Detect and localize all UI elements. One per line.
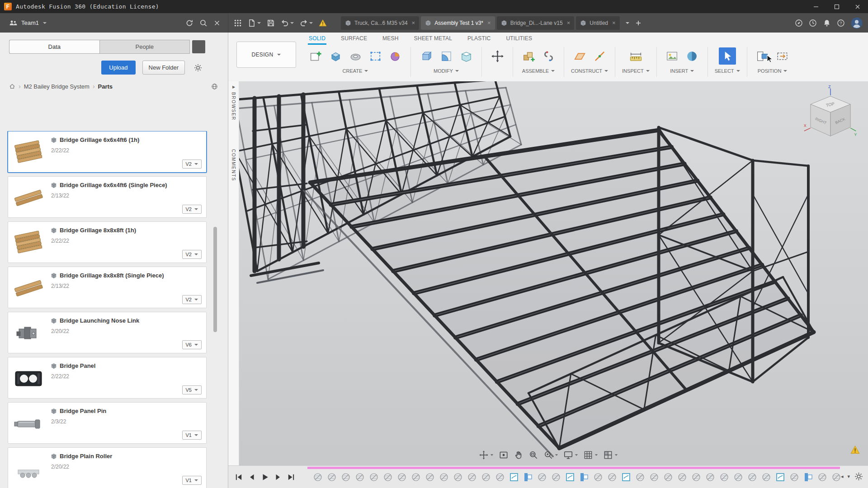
ribbon-tab-surface[interactable]: SURFACE	[340, 33, 368, 45]
notifications-icon[interactable]	[823, 19, 831, 27]
expand-arrow-icon[interactable]: ▶	[228, 85, 239, 89]
timeline-feature-icon[interactable]	[537, 472, 547, 483]
pattern-tool-icon[interactable]	[367, 47, 384, 65]
timeline-feature-icon[interactable]	[593, 472, 604, 483]
version-dropdown[interactable]: V2	[182, 250, 202, 259]
presspull-tool-icon[interactable]	[418, 47, 435, 65]
timeline-feature-icon[interactable]	[439, 472, 449, 483]
breadcrumb-folder[interactable]: M2 Bailey Bridge System	[24, 83, 90, 90]
timeline-feature-icon[interactable]	[495, 472, 505, 483]
orbit-button[interactable]	[479, 450, 494, 460]
ribbon-tab-plastic[interactable]: PLASTIC	[467, 33, 491, 45]
ribbon-tab-utilities[interactable]: UTILITIES	[505, 33, 533, 45]
part-card[interactable]: Bridge Grillage 8x8x8ft (Single Piece) 2…	[8, 267, 207, 308]
timeline-feature-icon[interactable]	[789, 472, 800, 483]
home-icon[interactable]	[9, 83, 15, 89]
team-selector[interactable]: Team1	[21, 19, 39, 26]
undo-button[interactable]	[281, 19, 294, 27]
timeline-feature-icon[interactable]	[467, 472, 477, 483]
tool-group-label[interactable]: MODIFY	[434, 68, 459, 74]
plane-tool-icon[interactable]	[571, 47, 588, 65]
ribbon-tab-solid[interactable]: SOLID	[308, 33, 326, 45]
timeline-range-bar[interactable]	[307, 467, 840, 469]
timeline-feature-icon[interactable]	[649, 472, 660, 483]
help-icon[interactable]: ?	[837, 19, 845, 27]
timeline-sketch-icon[interactable]	[565, 472, 576, 483]
ribbon-tab-sheet-metal[interactable]: SHEET METAL	[413, 33, 453, 45]
zoom-window-button[interactable]	[528, 450, 538, 460]
extensions-icon[interactable]	[795, 19, 803, 27]
decal-tool-icon[interactable]	[684, 47, 701, 65]
display-settings-button[interactable]	[563, 450, 578, 460]
canvas-tool-icon[interactable]	[664, 47, 681, 65]
version-dropdown[interactable]: V1	[182, 476, 202, 485]
timeline-feature-icon[interactable]	[382, 472, 393, 483]
zoom-button[interactable]	[543, 450, 558, 460]
tool-group-label[interactable]: ASSEMBLE	[522, 68, 555, 74]
timeline-feature-icon[interactable]	[340, 472, 351, 483]
grid-settings-button[interactable]	[583, 450, 598, 460]
refresh-icon[interactable]	[185, 19, 193, 27]
joint-tool-icon[interactable]	[540, 47, 557, 65]
sweep-tool-icon[interactable]	[347, 47, 364, 65]
timeline-feature-icon[interactable]	[551, 472, 561, 483]
tab-close-icon[interactable]: ×	[487, 19, 491, 26]
tool-group-label[interactable]: INSERT	[670, 68, 694, 74]
tab-people[interactable]: People	[99, 40, 190, 54]
viewport-warning-icon[interactable]	[850, 445, 860, 455]
timeline-feature-icon[interactable]	[719, 472, 730, 483]
shell-tool-icon[interactable]	[458, 47, 475, 65]
document-tab[interactable]: Assembly Test 1 v3*×	[421, 16, 495, 30]
browser-tab[interactable]: BROWSER	[231, 92, 236, 121]
axis-tool-icon[interactable]	[591, 47, 608, 65]
timeline-feature-icon[interactable]	[733, 472, 744, 483]
new-folder-button[interactable]: New Folder	[142, 61, 185, 75]
timeline-feature-icon[interactable]	[425, 472, 435, 483]
timeline-sketch-icon[interactable]	[621, 472, 632, 483]
version-dropdown[interactable]: V2	[182, 295, 202, 304]
newcomponent-tool-icon[interactable]	[520, 47, 537, 65]
document-tab[interactable]: Untitled×	[576, 16, 619, 30]
timeline-feature-icon[interactable]	[326, 472, 337, 483]
document-tab[interactable]: Truck, Ca...6 M35 v34×	[341, 16, 419, 30]
revert-tool-icon[interactable]	[774, 47, 791, 65]
tool-group-label[interactable]: CONSTRUCT	[571, 68, 608, 74]
timeline-flag-icon[interactable]	[803, 472, 814, 483]
warning-icon[interactable]	[319, 19, 327, 27]
tool-group-label[interactable]: SELECT	[715, 68, 740, 74]
play-button[interactable]	[261, 473, 269, 481]
part-card[interactable]: Bridge Plain Roller 2/20/22V1	[8, 447, 207, 488]
timeline-feature-icon[interactable]	[312, 472, 323, 483]
part-card[interactable]: Bridge Grillage 8x8x8ft (1h) 2/22/22V2	[8, 221, 207, 263]
skip-to-end-button[interactable]	[287, 473, 295, 481]
part-card[interactable]: Bridge Grillage 6x6x4ft6 (1h) 2/22/22V2	[8, 131, 207, 173]
avatar[interactable]	[851, 17, 863, 29]
bridge-model[interactable]	[239, 81, 868, 465]
form-tool-icon[interactable]	[387, 47, 404, 65]
timeline-feature-icon[interactable]	[354, 472, 365, 483]
skip-to-start-button[interactable]	[235, 473, 243, 481]
timeline-sketch-icon[interactable]	[775, 472, 786, 483]
maximize-button[interactable]	[826, 0, 847, 13]
select-tool-icon[interactable]	[719, 47, 736, 65]
part-card[interactable]: Bridge Panel Pin 2/3/22V1	[8, 402, 207, 444]
pan-button[interactable]	[514, 450, 524, 460]
timeline-flag-icon[interactable]	[579, 472, 590, 483]
timeline-feature-icon[interactable]	[817, 472, 828, 483]
timeline-feature-icon[interactable]	[607, 472, 618, 483]
timeline-options-icon[interactable]: ▾	[847, 474, 850, 479]
tool-group-label[interactable]: INSPECT	[622, 68, 650, 74]
measure-tool-icon[interactable]	[627, 47, 644, 65]
timeline-feature-icon[interactable]	[453, 472, 463, 483]
file-menu-button[interactable]	[248, 19, 261, 27]
fillet-tool-icon[interactable]	[438, 47, 455, 65]
step-back-button[interactable]	[248, 473, 256, 481]
job-status-icon[interactable]	[809, 19, 817, 27]
timeline-feature-icon[interactable]	[831, 472, 842, 483]
tool-group-label[interactable]: CREATE	[343, 68, 368, 74]
globe-icon[interactable]	[211, 83, 218, 90]
timeline-sketch-icon[interactable]	[509, 472, 519, 483]
tab-close-icon[interactable]: ×	[412, 19, 415, 26]
timeline-feature-icon[interactable]	[691, 472, 702, 483]
timeline-feature-icon[interactable]	[368, 472, 379, 483]
